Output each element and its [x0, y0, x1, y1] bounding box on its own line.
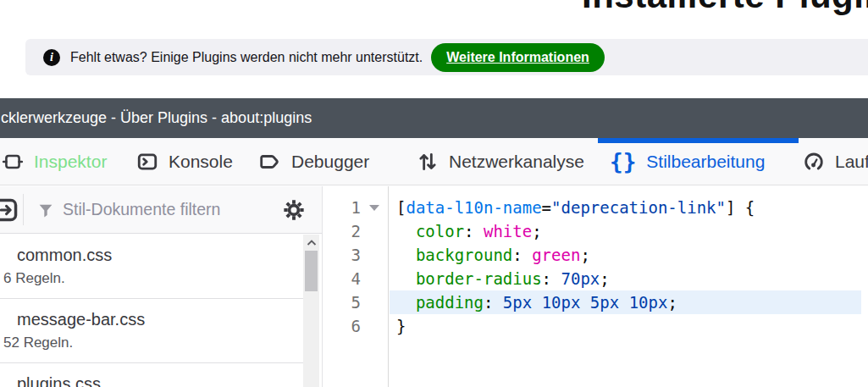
inspector-icon	[2, 151, 24, 173]
sidebar-toolbar	[0, 186, 322, 234]
stylesheet-name: message-bar.css	[17, 308, 303, 330]
code-token	[532, 293, 541, 312]
code-token: :	[512, 246, 532, 264]
gutter-row: 2	[323, 219, 388, 243]
active-tab-indicator	[598, 138, 799, 143]
line-number: 2	[323, 222, 361, 240]
weitere-informationen-button[interactable]: Weitere Informationen	[431, 43, 605, 72]
sidebar-scrollbar[interactable]	[303, 235, 319, 387]
code-token: 10px	[542, 293, 581, 312]
css-source-editor[interactable]: 123456 [data-l10n-name="deprecation-link…	[323, 186, 868, 387]
toolbar-separator	[23, 194, 24, 225]
gutter-row: 3	[323, 243, 388, 267]
tab-inspektor[interactable]: Inspektor	[0, 138, 119, 185]
fold-arrow-icon[interactable]	[369, 205, 379, 211]
tab-label: Netzwerkanalyse	[449, 152, 584, 172]
gutter-row: 1	[323, 196, 388, 219]
code-token	[396, 246, 416, 264]
code-token: color	[416, 222, 464, 240]
code-line[interactable]: padding: 5px 10px 5px 10px;	[390, 290, 861, 314]
code-line[interactable]: [data-l10n-name="deprecation-link"] {	[390, 196, 861, 219]
code-token: 5px	[503, 293, 532, 312]
code-line[interactable]: border-radius: 70px;	[390, 267, 861, 290]
code-token: }	[396, 317, 406, 335]
code-token: 10px	[629, 293, 668, 312]
line-number: 1	[323, 198, 361, 217]
stylesheet-item[interactable]: plugins.css	[0, 363, 303, 387]
code-token: white	[484, 222, 532, 240]
style-editor-sidebar: common.css6 Regeln.message-bar.css52 Reg…	[0, 186, 323, 387]
stylesheet-name: plugins.css	[17, 373, 303, 387]
gear-icon	[282, 198, 306, 222]
gutter-row: 4	[323, 267, 388, 290]
tab-label: Debugger	[291, 152, 369, 172]
filter-icon	[37, 202, 54, 218]
code-token	[396, 222, 416, 240]
gutter-row: 6	[323, 314, 388, 338]
editor-code-area[interactable]: [data-l10n-name="deprecation-link"] { co…	[390, 186, 868, 387]
fold-gutter	[361, 205, 388, 211]
stylesheet-rule-count: 52 Regeln.	[3, 334, 303, 352]
code-token: background	[416, 246, 512, 264]
line-number: 4	[323, 269, 361, 288]
tab-label: Laufzeitanalyse	[835, 152, 868, 172]
code-line[interactable]: }	[390, 314, 861, 338]
code-token: ;	[580, 246, 589, 264]
import-icon	[0, 197, 19, 223]
editor-gutter: 123456	[323, 186, 389, 387]
code-token: 5px	[590, 293, 619, 312]
options-button[interactable]	[282, 198, 306, 222]
gutter-row: 5	[323, 290, 388, 314]
code-token: ;	[532, 222, 541, 240]
braces-icon: {}	[610, 151, 636, 173]
devtools-tabbar: Inspektor Konsole Debugger Netzwerkanaly…	[0, 138, 868, 185]
page-title: Installierte Plugins	[582, 0, 868, 16]
stylesheet-name: common.css	[17, 244, 303, 266]
tab-konsole[interactable]: Konsole	[124, 138, 245, 185]
info-icon: i	[43, 49, 60, 66]
code-token: padding	[416, 293, 484, 312]
code-token: green	[532, 246, 580, 264]
stylesheet-item[interactable]: message-bar.css52 Regeln.	[0, 299, 303, 363]
tab-label: Stilbearbeitung	[646, 152, 765, 172]
console-icon	[136, 151, 158, 173]
code-token: :	[484, 293, 503, 312]
tab-label: Konsole	[169, 152, 233, 172]
code-token	[396, 269, 416, 288]
tab-debugger[interactable]: Debugger	[247, 138, 381, 185]
stylesheet-list: common.css6 Regeln.message-bar.css52 Reg…	[0, 235, 303, 387]
filter-stylesheets-input[interactable]	[63, 200, 275, 219]
code-token	[396, 293, 416, 312]
code-token: 70px	[561, 269, 600, 288]
code-token: [	[396, 198, 406, 217]
tab-stilbearbeitung[interactable]: {} Stilbearbeitung	[598, 138, 799, 185]
code-token: "deprecation-link"	[551, 198, 726, 217]
deprecation-message-text: Fehlt etwas? Einige Plugins werden nicht…	[70, 50, 423, 65]
code-token: ;	[600, 269, 609, 288]
code-token: ] {	[726, 198, 755, 217]
line-number: 6	[323, 317, 361, 335]
devtools-window: cklerwerkzeuge - Über Plugins - about:pl…	[0, 98, 868, 387]
network-icon	[417, 151, 439, 173]
scrollbar-thumb[interactable]	[305, 251, 318, 291]
style-editor-panel: common.css6 Regeln.message-bar.css52 Reg…	[0, 186, 868, 387]
code-token: :	[542, 269, 561, 288]
code-token: border-radius	[416, 269, 542, 288]
gauge-icon	[803, 151, 825, 173]
code-token: =	[542, 198, 551, 217]
tab-laufzeitanalyse[interactable]: Laufzeitanalyse	[791, 138, 868, 185]
import-stylesheet-button[interactable]	[0, 197, 19, 226]
stylesheet-item[interactable]: common.css6 Regeln.	[0, 235, 303, 299]
deprecation-message-bar: i Fehlt etwas? Einige Plugins werden nic…	[25, 39, 868, 75]
code-line[interactable]: background: green;	[390, 243, 861, 267]
code-token: data-l10n-name	[406, 198, 541, 217]
tab-netzwerkanalyse[interactable]: Netzwerkanalyse	[405, 138, 596, 185]
scrollbar-up-icon[interactable]	[303, 235, 319, 250]
code-token: ;	[667, 293, 677, 312]
line-number: 3	[323, 246, 361, 264]
code-token: :	[464, 222, 484, 240]
code-line[interactable]: color: white;	[390, 219, 861, 243]
line-number: 5	[323, 293, 361, 312]
tab-label: Inspektor	[34, 152, 107, 172]
code-token	[580, 293, 589, 312]
